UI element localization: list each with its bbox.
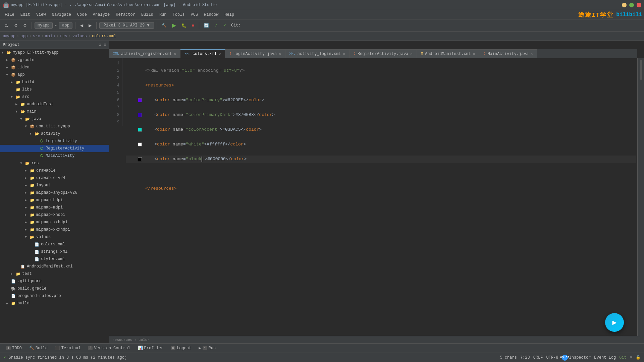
project-dropdown[interactable]: myapp — [35, 22, 53, 29]
tab-login-activity[interactable]: J LoginActivity.java ✕ — [225, 49, 285, 58]
run-button[interactable]: ▶ — [170, 21, 178, 29]
tree-item-21[interactable]: ▶📁mipmap-mdpi — [0, 204, 109, 211]
bilibili-video-button[interactable]: ▶ — [605, 313, 624, 332]
menu-navigate[interactable]: Navigate — [49, 11, 74, 18]
tab-close-3[interactable]: ✕ — [279, 52, 281, 56]
tree-item-32[interactable]: 🐘build.gradle — [0, 285, 109, 292]
tree-item-11[interactable]: ▼📂activity — [0, 130, 109, 137]
tree-item-31[interactable]: 📄.gitignore — [0, 278, 109, 285]
git-check-button[interactable]: ✓ — [212, 22, 220, 29]
tab-close-2[interactable]: ✕ — [219, 52, 221, 56]
settings-button[interactable]: ⚙ — [21, 22, 29, 29]
tree-item-22[interactable]: ▶📁mipmap-xhdpi — [0, 211, 109, 219]
tab-close-6[interactable]: ✕ — [473, 52, 475, 56]
tab-close-7[interactable]: ✕ — [531, 52, 533, 56]
menu-view[interactable]: View — [34, 11, 49, 18]
tree-item-15[interactable]: ▼📂res — [0, 160, 109, 167]
menu-run[interactable]: Run — [157, 11, 169, 18]
tab-close-5[interactable]: ✕ — [410, 52, 413, 56]
nav-forward-button[interactable]: ▶ — [87, 22, 94, 29]
stop-button[interactable]: ■ — [190, 22, 196, 29]
tree-item-28[interactable]: 📄styles.xml — [0, 255, 109, 263]
tree-item-34[interactable]: ▶📁build — [0, 300, 109, 307]
tree-item-6[interactable]: ▼📂src — [0, 93, 109, 101]
scrollbar-thumb[interactable] — [640, 60, 642, 80]
make-button[interactable]: 🔨 — [160, 22, 169, 29]
tree-item-20[interactable]: ▶📁mipmap-hdpi — [0, 196, 109, 204]
inspector-label[interactable]: Inspector — [569, 355, 591, 360]
menu-tools[interactable]: Tools — [170, 11, 187, 18]
nav-back-button[interactable]: ◀ — [78, 22, 85, 29]
tree-item-23[interactable]: ▶📁mipmap-xxhdpi — [0, 219, 109, 226]
tree-item-19[interactable]: ▶📁mipmap-anydpi-v26 — [0, 189, 109, 196]
sync-button[interactable]: 🔄 — [202, 22, 211, 29]
git-push-button[interactable]: ✓ — [221, 22, 228, 29]
menu-help[interactable]: Help — [222, 11, 237, 18]
tab-close-1[interactable]: ✕ — [174, 52, 176, 56]
encoding[interactable]: UTF-8 — [546, 355, 558, 360]
tab-terminal[interactable]: ⬛ Terminal — [52, 345, 84, 351]
breadcrumb-main[interactable]: main — [45, 34, 55, 39]
tab-todo[interactable]: 1 TODO — [3, 345, 24, 351]
minimize-button[interactable]: — — [622, 3, 627, 7]
tab-android-manifest[interactable]: M AndroidManifest.xml ✕ — [417, 49, 479, 58]
tree-item-0[interactable]: ▼📂myapp E:\ttit\myapp — [0, 49, 109, 56]
maximize-button[interactable]: □ — [629, 3, 634, 7]
close-button[interactable]: ✕ — [637, 3, 641, 7]
breadcrumb-src[interactable]: src — [33, 34, 40, 39]
tree-item-2[interactable]: ▶📦.idea — [0, 64, 109, 71]
tree-item-24[interactable]: ▶📁mipmap-xxxhdpi — [0, 226, 109, 233]
tree-item-27[interactable]: 📄strings.xml — [0, 248, 109, 255]
code-content[interactable]: <?xml version="1.0" encoding="utf-8"?> <… — [109, 58, 637, 343]
title-bar-controls[interactable]: — □ ✕ — [622, 3, 641, 7]
tree-item-1[interactable]: ▶📦.gradle — [0, 56, 109, 64]
tree-item-17[interactable]: ▶📁drawable-v24 — [0, 174, 109, 182]
structure-button[interactable]: ⚙ — [12, 22, 20, 29]
breadcrumb-res[interactable]: res — [60, 34, 67, 39]
menu-window[interactable]: Window — [201, 11, 221, 18]
breadcrumb-values[interactable]: values — [72, 34, 87, 39]
tab-close-4[interactable]: ✕ — [343, 52, 345, 56]
project-view-button[interactable]: 🗂 — [3, 22, 11, 29]
menu-vcs[interactable]: VCS — [188, 11, 201, 18]
tab-run[interactable]: ▶ 4 Run — [196, 345, 218, 351]
device-dropdown[interactable]: Pixel 3 XL API 29 ▼ — [99, 22, 154, 29]
breadcrumb-myapp[interactable]: myapp — [3, 34, 15, 39]
tree-item-26[interactable]: 📄colors.xml — [0, 241, 109, 248]
menu-edit[interactable]: Edit — [18, 11, 33, 18]
tab-version-control[interactable]: 2 Version Control — [85, 345, 133, 351]
tree-item-16[interactable]: ▶📁drawable — [0, 167, 109, 174]
tab-register-activity[interactable]: J RegisterActivity.java ✕ — [350, 49, 417, 58]
tab-colors-xml[interactable]: XML colors.xml ✕ — [180, 49, 225, 58]
tree-item-8[interactable]: ▼📂main — [0, 108, 109, 115]
tree-item-33[interactable]: 📄proguard-rules.pro — [0, 292, 109, 300]
breadcrumb-app[interactable]: app — [20, 34, 28, 39]
tree-item-4[interactable]: ▶📁build — [0, 78, 109, 86]
tree-item-13[interactable]: CRegisterActivity — [0, 145, 109, 152]
breadcrumb-file[interactable]: colors.xml — [92, 34, 116, 39]
event-log-label[interactable]: Event Log — [594, 355, 616, 360]
tree-item-3[interactable]: ▼📦app — [0, 71, 109, 78]
tree-item-29[interactable]: 📋AndroidManifest.xml — [0, 263, 109, 270]
tree-item-10[interactable]: ▼📦com.ttit.myapp — [0, 123, 109, 130]
tab-main-activity[interactable]: J MainActivity.java ✕ — [479, 49, 537, 58]
tab-profiler[interactable]: 📊 Profiler — [135, 345, 166, 351]
tab-logcat[interactable]: 6 Logcat — [168, 345, 194, 351]
panel-settings-icon[interactable]: ⚙ ≡ — [99, 42, 106, 47]
debug-button[interactable]: 🐛 — [179, 22, 189, 29]
menu-refactor[interactable]: Refactor — [113, 11, 138, 18]
tab-build[interactable]: 🔨 Build — [26, 345, 50, 351]
menu-code[interactable]: Code — [74, 11, 90, 18]
tree-item-14[interactable]: CMainActivity — [0, 152, 109, 160]
tree-item-9[interactable]: ▼📂java — [0, 115, 109, 123]
line-ending[interactable]: CRLF — [533, 355, 543, 360]
code-editor[interactable]: 1 2 3 4 5 6 7 8 9 <?xml version="1.0" en… — [109, 58, 637, 343]
menu-file[interactable]: File — [2, 11, 17, 18]
menu-analyze[interactable]: Analyze — [90, 11, 112, 18]
tree-item-5[interactable]: 📁libs — [0, 86, 109, 93]
menu-build[interactable]: Build — [139, 11, 156, 18]
module-dropdown[interactable]: app — [59, 22, 72, 29]
tab-activity-login[interactable]: XML activity_login.xml ✕ — [285, 49, 350, 58]
tree-item-7[interactable]: ▶📁androidTest — [0, 101, 109, 108]
tree-item-18[interactable]: ▶📁layout — [0, 182, 109, 189]
